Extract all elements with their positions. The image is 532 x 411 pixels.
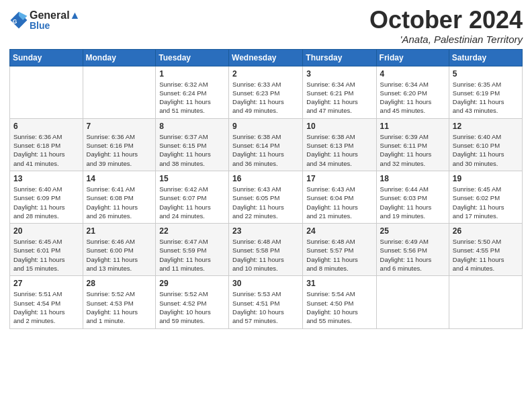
calendar-cell-w3-d7: 19Sunrise: 6:45 AM Sunset: 6:02 PM Dayli… [449,171,522,223]
calendar-cell-w5-d2: 28Sunrise: 5:52 AM Sunset: 4:53 PM Dayli… [83,276,156,328]
col-monday: Monday [83,49,156,66]
day-number: 19 [453,174,519,183]
header: G General▲ Blue October 2024 'Anata, Pal… [9,7,523,45]
day-info: Sunrise: 6:45 AM Sunset: 6:01 PM Dayligh… [13,237,79,273]
calendar-cell-w4-d3: 22Sunrise: 6:47 AM Sunset: 5:59 PM Dayli… [156,224,229,276]
day-number: 24 [306,226,372,236]
calendar-week-3: 13Sunrise: 6:40 AM Sunset: 6:09 PM Dayli… [10,171,523,223]
calendar-cell-w3-d1: 13Sunrise: 6:40 AM Sunset: 6:09 PM Dayli… [10,171,83,223]
calendar-cell-w5-d4: 30Sunrise: 5:53 AM Sunset: 4:51 PM Dayli… [229,276,303,328]
calendar-cell-w1-d6: 4Sunrise: 6:34 AM Sunset: 6:20 PM Daylig… [376,66,449,118]
calendar-cell-w2-d2: 7Sunrise: 6:36 AM Sunset: 6:16 PM Daylig… [83,118,156,171]
day-info: Sunrise: 6:32 AM Sunset: 6:24 PM Dayligh… [159,80,225,116]
day-info: Sunrise: 6:40 AM Sunset: 6:09 PM Dayligh… [13,185,79,220]
day-info: Sunrise: 6:39 AM Sunset: 6:11 PM Dayligh… [380,132,445,168]
day-info: Sunrise: 6:36 AM Sunset: 6:18 PM Dayligh… [13,132,79,168]
day-info: Sunrise: 6:43 AM Sunset: 6:05 PM Dayligh… [232,185,299,220]
calendar-cell-w4-d4: 23Sunrise: 6:48 AM Sunset: 5:58 PM Dayli… [229,224,303,276]
calendar-cell-w1-d3: 1Sunrise: 6:32 AM Sunset: 6:24 PM Daylig… [156,66,229,118]
month-title: October 2024 [369,7,523,34]
calendar-cell-w5-d6 [376,276,449,328]
calendar-cell-w5-d5: 31Sunrise: 5:54 AM Sunset: 4:50 PM Dayli… [303,276,376,328]
day-number: 21 [87,226,152,236]
calendar-cell-w2-d3: 8Sunrise: 6:37 AM Sunset: 6:15 PM Daylig… [156,118,229,171]
day-info: Sunrise: 6:45 AM Sunset: 6:02 PM Dayligh… [453,185,519,220]
day-info: Sunrise: 6:42 AM Sunset: 6:07 PM Dayligh… [159,185,225,220]
day-info: Sunrise: 5:51 AM Sunset: 4:54 PM Dayligh… [13,289,79,325]
calendar-cell-w3-d6: 18Sunrise: 6:44 AM Sunset: 6:03 PM Dayli… [376,171,449,223]
calendar-header-row: Sunday Monday Tuesday Wednesday Thursday… [10,49,523,66]
calendar-cell-w4-d2: 21Sunrise: 6:46 AM Sunset: 6:00 PM Dayli… [83,224,156,276]
day-number: 9 [232,122,299,131]
calendar-cell-w1-d2 [83,66,156,118]
day-number: 11 [380,122,445,131]
calendar-cell-w3-d4: 16Sunrise: 6:43 AM Sunset: 6:05 PM Dayli… [229,171,303,223]
calendar-cell-w1-d7: 5Sunrise: 6:35 AM Sunset: 6:19 PM Daylig… [449,66,522,118]
location: 'Anata, Palestinian Territory [369,34,523,45]
day-info: Sunrise: 5:53 AM Sunset: 4:51 PM Dayligh… [232,289,299,325]
day-info: Sunrise: 6:48 AM Sunset: 5:58 PM Dayligh… [232,237,299,273]
day-info: Sunrise: 6:48 AM Sunset: 5:57 PM Dayligh… [306,237,372,273]
calendar-cell-w1-d5: 3Sunrise: 6:34 AM Sunset: 6:21 PM Daylig… [303,66,376,118]
calendar-cell-w2-d4: 9Sunrise: 6:38 AM Sunset: 6:14 PM Daylig… [229,118,303,171]
calendar-cell-w5-d3: 29Sunrise: 5:52 AM Sunset: 4:52 PM Dayli… [156,276,229,328]
day-number: 17 [306,174,372,183]
day-number: 30 [232,279,299,288]
calendar-week-2: 6Sunrise: 6:36 AM Sunset: 6:18 PM Daylig… [10,118,523,171]
day-info: Sunrise: 6:49 AM Sunset: 5:56 PM Dayligh… [380,237,445,273]
day-number: 31 [306,279,372,288]
day-number: 15 [159,174,225,183]
day-number: 10 [306,122,372,131]
calendar-cell-w4-d1: 20Sunrise: 6:45 AM Sunset: 6:01 PM Dayli… [10,224,83,276]
day-number: 25 [380,226,445,236]
day-number: 7 [87,122,152,131]
day-number: 5 [453,69,519,79]
day-info: Sunrise: 5:50 AM Sunset: 4:55 PM Dayligh… [453,237,519,273]
day-number: 29 [159,279,225,288]
day-info: Sunrise: 5:54 AM Sunset: 4:50 PM Dayligh… [306,289,372,325]
calendar-cell-w4-d6: 25Sunrise: 6:49 AM Sunset: 5:56 PM Dayli… [376,224,449,276]
day-info: Sunrise: 5:52 AM Sunset: 4:53 PM Dayligh… [87,289,152,325]
calendar-cell-w1-d4: 2Sunrise: 6:33 AM Sunset: 6:23 PM Daylig… [229,66,303,118]
col-friday: Friday [376,49,449,66]
calendar-cell-w2-d1: 6Sunrise: 6:36 AM Sunset: 6:18 PM Daylig… [10,118,83,171]
col-tuesday: Tuesday [156,49,229,66]
day-number: 26 [453,226,519,236]
logo-text: General▲ Blue [30,9,80,31]
calendar-cell-w5-d1: 27Sunrise: 5:51 AM Sunset: 4:54 PM Dayli… [10,276,83,328]
day-number: 8 [159,122,225,131]
calendar-cell-w3-d5: 17Sunrise: 6:43 AM Sunset: 6:04 PM Dayli… [303,171,376,223]
day-info: Sunrise: 6:47 AM Sunset: 5:59 PM Dayligh… [159,237,225,273]
col-sunday: Sunday [10,49,83,66]
day-info: Sunrise: 6:38 AM Sunset: 6:13 PM Dayligh… [306,132,372,168]
logo-icon: G [9,11,28,30]
day-info: Sunrise: 6:46 AM Sunset: 6:00 PM Dayligh… [87,237,152,273]
day-info: Sunrise: 6:41 AM Sunset: 6:08 PM Dayligh… [87,185,152,220]
day-info: Sunrise: 6:34 AM Sunset: 6:21 PM Dayligh… [306,80,372,116]
page: G General▲ Blue October 2024 'Anata, Pal… [0,0,532,411]
day-number: 14 [87,174,152,183]
calendar-week-1: 1Sunrise: 6:32 AM Sunset: 6:24 PM Daylig… [10,66,523,118]
col-wednesday: Wednesday [229,49,303,66]
title-block: October 2024 'Anata, Palestinian Territo… [369,7,523,45]
col-saturday: Saturday [449,49,522,66]
day-number: 23 [232,226,299,236]
day-info: Sunrise: 6:37 AM Sunset: 6:15 PM Dayligh… [159,132,225,168]
logo: G General▲ Blue [9,9,80,31]
day-info: Sunrise: 6:34 AM Sunset: 6:20 PM Dayligh… [380,80,445,116]
day-number: 2 [232,69,299,79]
day-number: 12 [453,122,519,131]
day-number: 20 [13,226,79,236]
day-number: 16 [232,174,299,183]
day-number: 27 [13,279,79,288]
day-number: 28 [87,279,152,288]
day-info: Sunrise: 6:40 AM Sunset: 6:10 PM Dayligh… [453,132,519,168]
calendar-cell-w3-d2: 14Sunrise: 6:41 AM Sunset: 6:08 PM Dayli… [83,171,156,223]
day-number: 4 [380,69,445,79]
day-number: 13 [13,174,79,183]
day-info: Sunrise: 5:52 AM Sunset: 4:52 PM Dayligh… [159,289,225,325]
calendar-cell-w4-d5: 24Sunrise: 6:48 AM Sunset: 5:57 PM Dayli… [303,224,376,276]
day-number: 6 [13,122,79,131]
day-info: Sunrise: 6:36 AM Sunset: 6:16 PM Dayligh… [87,132,152,168]
day-info: Sunrise: 6:44 AM Sunset: 6:03 PM Dayligh… [380,185,445,220]
